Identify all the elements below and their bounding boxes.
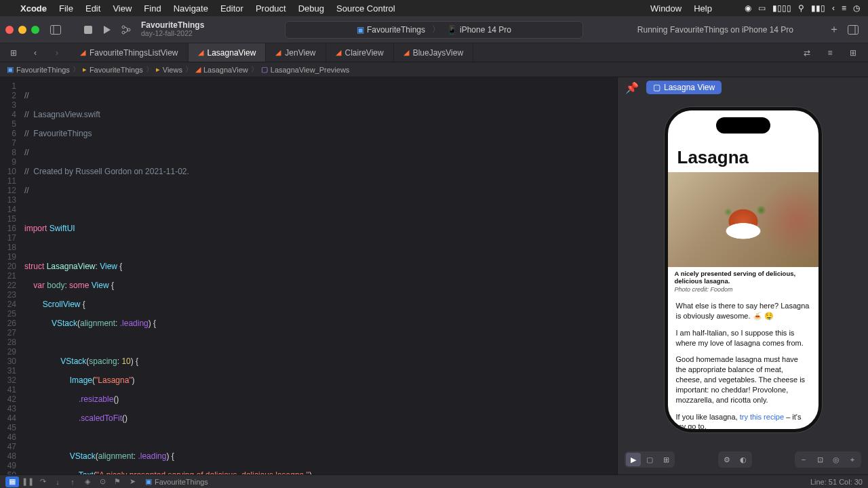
crumb[interactable]: LasagnaView [203, 66, 248, 74]
step-out-icon[interactable]: ↑ [66, 476, 79, 487]
photo-credit: Photo credit: Foodom [668, 286, 818, 298]
crumb[interactable]: FavouriteThings [16, 66, 70, 74]
zoom-actual-icon[interactable]: ◎ [829, 453, 844, 466]
svg-point-5 [127, 28, 130, 31]
menu-help[interactable]: Help [694, 3, 712, 14]
preview-content[interactable]: Lasagna A nicely presented serving of de… [668, 110, 818, 429]
adjust-editor-icon[interactable]: ≡ [822, 45, 838, 61]
memory-graph-icon[interactable]: ⊙ [96, 476, 108, 487]
editor-layout-icon[interactable]: ⇄ [799, 45, 815, 61]
debug-bar: ▦ ❚❚ ↷ ↓ ↑ ◈ ⊙ ⚑ ➤ ▣ FavouriteThings Lin… [0, 474, 868, 488]
zoom-in-icon[interactable]: + [845, 453, 860, 466]
minimize-window[interactable] [18, 26, 26, 34]
battery-icon[interactable]: ▮▮▯ [811, 3, 825, 13]
svg-rect-0 [51, 25, 61, 34]
run-button[interactable] [99, 22, 115, 38]
project-icon: ▣ [7, 65, 14, 74]
live-mode-icon[interactable]: ▶ [626, 453, 641, 466]
stop-button[interactable] [80, 22, 96, 38]
struct-icon: ▢ [261, 65, 268, 74]
xcode-toolbar: FavouriteThings day-12-fall-2022 ▣ Favou… [0, 16, 868, 43]
lasagna-image [668, 172, 818, 267]
view-debug-icon[interactable]: ◈ [81, 476, 94, 487]
image-caption: A nicely presented serving of delicious,… [668, 267, 818, 286]
tab-favouritethingslistview[interactable]: ◢FavouriteThingsListView [71, 43, 189, 62]
menu-editor[interactable]: Editor [220, 3, 243, 14]
preview-settings-icon[interactable]: ◐ [736, 453, 751, 466]
zoom-out-icon[interactable]: − [796, 453, 811, 466]
environment-icon[interactable]: ⚑ [111, 476, 123, 487]
dynamic-island [716, 117, 770, 134]
body-text: What else is there to say here? Lasagna … [668, 298, 818, 429]
menu-file[interactable]: File [59, 3, 73, 14]
swift-icon: ◢ [198, 48, 203, 57]
pause-icon[interactable]: ❚❚ [22, 476, 34, 487]
library-icon[interactable] [845, 22, 861, 38]
display-icon[interactable]: ▭ [758, 3, 766, 13]
crumb[interactable]: FavouriteThings [90, 66, 143, 74]
step-in-icon[interactable]: ↓ [52, 476, 64, 487]
tab-jenview[interactable]: ◢JenView [266, 43, 326, 62]
location-icon[interactable]: ➤ [126, 476, 138, 487]
clock-icon[interactable]: ◷ [853, 3, 860, 13]
menu-edit[interactable]: Edit [85, 3, 100, 14]
add-editor-icon[interactable]: ⊞ [845, 45, 861, 61]
project-title: FavouriteThings day-12-fall-2022 [141, 21, 204, 38]
cursor-position: Line: 51 Col: 30 [810, 478, 863, 486]
crumb[interactable]: LasagnaView_Previews [271, 66, 350, 74]
variants-icon[interactable]: ⊞ [658, 453, 673, 466]
jump-bar[interactable]: ▣FavouriteThings 〉 ▸FavouriteThings 〉 ▸V… [0, 62, 868, 77]
editor-tabbar: ⊞ ‹ › ◢FavouriteThingsListView ◢LasagnaV… [0, 43, 868, 62]
add-tab-icon[interactable]: ＋ [826, 22, 842, 38]
zoom-fit-icon[interactable]: ⊡ [812, 453, 827, 466]
menu-find[interactable]: Find [144, 3, 161, 14]
recipe-link[interactable]: try this recipe [740, 413, 784, 421]
preview-selector[interactable]: ▢ Lasagna View [646, 81, 722, 94]
swift-icon: ◢ [195, 65, 201, 74]
nav-forward-icon[interactable]: › [49, 45, 65, 61]
status-tray: ◉ ▭ ▮▯▯▯ ⚲ ▮▮▯ ‹ ≡ ◷ [745, 3, 860, 13]
menu-source-control[interactable]: Source Control [336, 3, 395, 14]
close-window[interactable] [5, 26, 14, 34]
scheme-branch-icon[interactable] [118, 22, 134, 38]
tab-label: BlueJaysView [413, 48, 463, 58]
run-destination: iPhone 14 Pro [460, 25, 511, 35]
step-over-icon[interactable]: ↷ [37, 476, 49, 487]
app-menu[interactable]: Xcode [20, 3, 47, 14]
source-editor[interactable]: 123456789 10111213141516171819 202122232… [0, 77, 617, 474]
tab-lasagnaview[interactable]: ◢LasagnaView [189, 43, 267, 62]
preview-icon: ▢ [653, 83, 660, 92]
wifi-icon[interactable]: ⚲ [798, 3, 804, 13]
crumb[interactable]: Views [163, 66, 182, 74]
screen-record-icon[interactable]: ◉ [745, 3, 751, 13]
svg-rect-6 [848, 25, 859, 34]
menu-debug[interactable]: Debug [298, 3, 324, 14]
tab-label: JenView [285, 48, 315, 58]
nav-back-icon[interactable]: ‹ [27, 45, 43, 61]
scheme-name: FavouriteThings [367, 25, 425, 35]
back-icon[interactable]: ‹ [832, 3, 835, 13]
swift-icon: ◢ [336, 48, 341, 57]
target-icon: ▣ [145, 477, 152, 486]
menu-window[interactable]: Window [650, 3, 682, 14]
toggle-navigator-icon[interactable] [47, 22, 64, 38]
project-subtitle: day-12-fall-2022 [141, 30, 204, 38]
related-items-icon[interactable]: ⊞ [5, 45, 22, 61]
menu-view[interactable]: View [113, 3, 132, 14]
device-settings-icon[interactable]: ⚙ [719, 453, 734, 466]
debug-target[interactable]: FavouriteThings [155, 478, 208, 486]
debug-toggle-icon[interactable]: ▦ [5, 476, 19, 487]
menu-navigate[interactable]: Navigate [174, 3, 208, 14]
selectable-mode-icon[interactable]: ▢ [642, 453, 657, 466]
volume-bars-icon[interactable]: ▮▯▯▯ [772, 3, 791, 13]
now-playing-icon[interactable]: ≡ [842, 3, 846, 13]
menu-product[interactable]: Product [256, 3, 286, 14]
folder-icon: ▸ [156, 65, 160, 74]
macos-menubar: Xcode File Edit View Find Navigate Edito… [0, 0, 868, 16]
pin-preview-icon[interactable]: 📌 [625, 80, 639, 95]
tab-claireview[interactable]: ◢ClaireView [326, 43, 394, 62]
scheme-selector[interactable]: ▣ FavouriteThings 〉 📱 iPhone 14 Pro [285, 21, 583, 39]
code-area[interactable]: // // LasagnaView.swift // FavouriteThin… [20, 77, 312, 474]
zoom-window[interactable] [31, 26, 39, 34]
tab-bluejaysview[interactable]: ◢BlueJaysView [394, 43, 473, 62]
